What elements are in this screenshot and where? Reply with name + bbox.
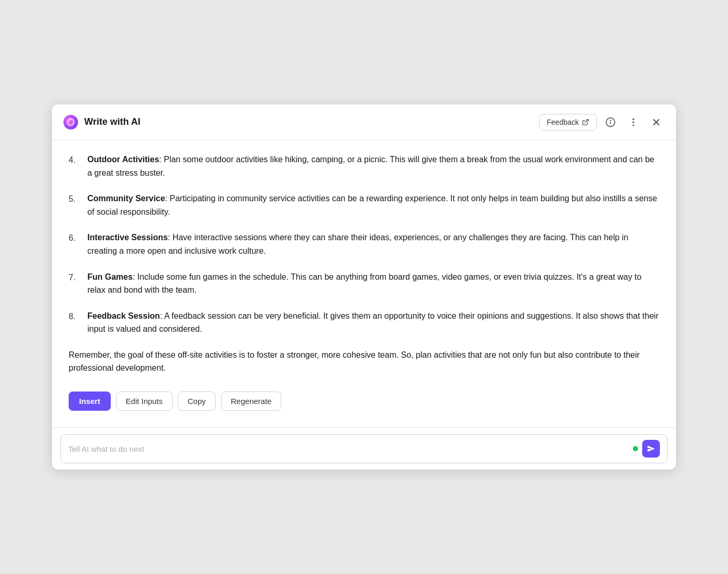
item-number: 8. bbox=[69, 309, 81, 336]
list-item: 5. Community Service: Participating in c… bbox=[69, 192, 659, 218]
item-body: Fun Games: Include some fun games in the… bbox=[87, 270, 659, 297]
status-dot bbox=[633, 446, 638, 451]
activities-list: 4. Outdoor Activities: Plan some outdoor… bbox=[69, 153, 659, 336]
list-item: 4. Outdoor Activities: Plan some outdoor… bbox=[69, 153, 659, 179]
item-text: : A feedback session can be very benefic… bbox=[87, 311, 658, 334]
panel-title: Write with AI bbox=[84, 116, 140, 127]
panel-header: Write with AI Feedback bbox=[52, 105, 676, 140]
list-item: 6. Interactive Sessions: Have interactiv… bbox=[69, 231, 659, 257]
item-body: Feedback Session: A feedback session can… bbox=[87, 309, 659, 336]
action-bar: Insert Edit Inputs Copy Regenerate bbox=[69, 387, 659, 419]
panel-footer bbox=[52, 427, 676, 469]
feedback-label: Feedback bbox=[547, 118, 579, 126]
chat-input[interactable] bbox=[68, 445, 629, 453]
item-text: : Participating in community service act… bbox=[87, 194, 657, 216]
regenerate-button[interactable]: Regenerate bbox=[221, 392, 281, 411]
svg-point-8 bbox=[632, 124, 634, 126]
item-number: 7. bbox=[69, 270, 81, 297]
svg-point-6 bbox=[632, 118, 634, 120]
svg-line-2 bbox=[585, 120, 588, 123]
content-area: 4. Outdoor Activities: Plan some outdoor… bbox=[52, 140, 676, 427]
svg-point-7 bbox=[632, 121, 634, 123]
item-number: 4. bbox=[69, 153, 81, 179]
info-icon bbox=[605, 117, 616, 127]
header-right: Feedback bbox=[539, 113, 666, 132]
conclusion-text: Remember, the goal of these off-site act… bbox=[69, 348, 659, 375]
feedback-button[interactable]: Feedback bbox=[539, 114, 597, 131]
ai-logo-icon bbox=[62, 114, 79, 131]
item-body: Interactive Sessions: Have interactive s… bbox=[87, 231, 659, 257]
ai-panel: Write with AI Feedback bbox=[52, 105, 676, 469]
copy-button[interactable]: Copy bbox=[178, 392, 216, 411]
info-button[interactable] bbox=[601, 113, 620, 132]
item-text: : Include some fun games in the schedule… bbox=[87, 272, 642, 295]
chat-input-row bbox=[60, 434, 668, 463]
send-button[interactable] bbox=[642, 440, 660, 458]
item-body: Outdoor Activities: Plan some outdoor ac… bbox=[87, 153, 659, 179]
svg-point-0 bbox=[63, 114, 79, 130]
more-options-button[interactable] bbox=[624, 113, 643, 132]
external-link-icon bbox=[582, 119, 589, 126]
header-left: Write with AI bbox=[62, 114, 140, 131]
item-title: Feedback Session bbox=[87, 311, 160, 320]
edit-inputs-button[interactable]: Edit Inputs bbox=[116, 392, 173, 411]
send-icon bbox=[647, 445, 655, 453]
close-icon bbox=[651, 117, 661, 127]
kebab-menu-icon bbox=[628, 117, 639, 127]
item-number: 6. bbox=[69, 231, 81, 257]
item-title: Fun Games bbox=[87, 272, 133, 281]
list-item: 7. Fun Games: Include some fun games in … bbox=[69, 270, 659, 297]
item-text: : Plan some outdoor activities like hiki… bbox=[87, 155, 654, 177]
close-button[interactable] bbox=[647, 113, 666, 132]
item-title: Interactive Sessions bbox=[87, 233, 168, 242]
item-body: Community Service: Participating in comm… bbox=[87, 192, 659, 218]
item-title: Community Service bbox=[87, 194, 165, 203]
insert-button[interactable]: Insert bbox=[69, 392, 111, 411]
item-text: : Have interactive sessions where they c… bbox=[87, 233, 628, 255]
item-number: 5. bbox=[69, 192, 81, 218]
item-title: Outdoor Activities bbox=[87, 155, 159, 164]
list-item: 8. Feedback Session: A feedback session … bbox=[69, 309, 659, 336]
